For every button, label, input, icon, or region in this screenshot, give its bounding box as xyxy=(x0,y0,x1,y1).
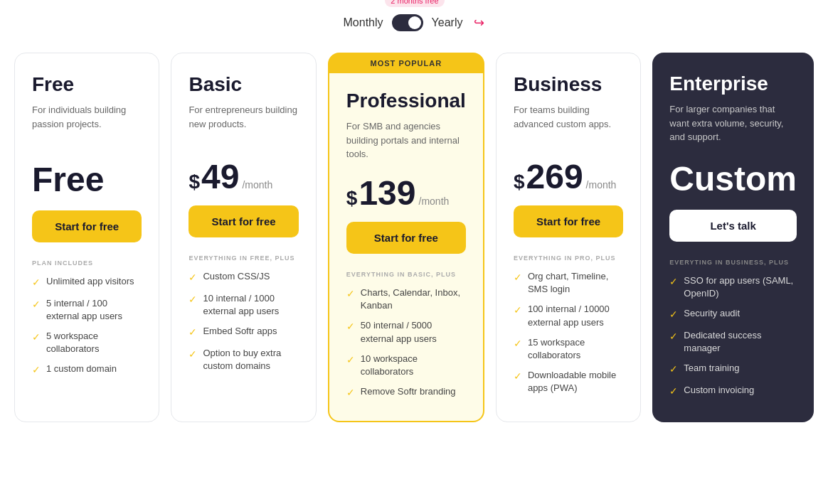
plan-business-price-suffix: /month xyxy=(586,179,617,191)
plan-business-price-number: 269 xyxy=(526,160,583,194)
plan-enterprise-name: Enterprise xyxy=(669,73,797,95)
plan-enterprise-cta[interactable]: Let's talk xyxy=(669,210,797,242)
plan-professional-features-header: EVERYTHING IN BASIC, PLUS xyxy=(346,271,466,278)
plan-basic-features: ✓Custom CSS/JS ✓10 internal / 1000 exter… xyxy=(189,270,298,372)
feature-item: ✓Custom CSS/JS xyxy=(189,270,298,285)
check-icon: ✓ xyxy=(346,287,355,301)
check-icon: ✓ xyxy=(514,271,522,285)
plan-business-cta[interactable]: Start for free xyxy=(514,205,623,237)
check-icon: ✓ xyxy=(514,337,522,351)
feature-item: ✓Charts, Calendar, Inbox, Kanban xyxy=(346,286,466,312)
plan-basic-description: For entrepreneurs building new products. xyxy=(189,103,298,146)
plan-professional-price-dollar: $ xyxy=(346,187,358,210)
plan-basic-price-row: $ 49 /month xyxy=(189,160,298,194)
feature-item: ✓Downloadable mobile apps (PWA) xyxy=(514,369,623,395)
check-icon: ✓ xyxy=(32,276,41,290)
check-icon: ✓ xyxy=(514,370,522,384)
check-icon: ✓ xyxy=(346,353,355,368)
plan-professional-price-row: $ 139 /month xyxy=(346,176,466,210)
plan-basic-name: Basic xyxy=(189,73,298,96)
plan-free-price: Free xyxy=(32,160,142,199)
most-popular-badge: MOST POPULAR xyxy=(329,53,484,73)
feature-item: ✓5 workspace collaborators xyxy=(32,330,142,355)
plan-business-price-wrapper: $ 269 /month xyxy=(514,160,623,194)
plan-basic-features-header: EVERYTHING IN FREE, PLUS xyxy=(189,254,298,262)
plan-basic-price-wrapper: $ 49 /month xyxy=(189,160,298,194)
check-icon: ✓ xyxy=(346,386,355,400)
plan-professional-name: Professional xyxy=(346,90,466,112)
plan-basic: Basic For entrepreneurs building new pro… xyxy=(171,53,316,422)
feature-item: ✓SSO for app users (SAML, OpenID) xyxy=(669,274,797,300)
toggle-knob xyxy=(408,16,421,29)
feature-item: ✓50 internal / 5000 external app users xyxy=(346,319,466,345)
plan-business-price-row: $ 269 /month xyxy=(514,160,623,194)
plan-free: Free For individuals building passion pr… xyxy=(14,53,159,422)
plan-business: Business For teams building advanced cus… xyxy=(496,53,641,422)
plan-professional-features: ✓Charts, Calendar, Inbox, Kanban ✓50 int… xyxy=(346,286,466,400)
plan-free-name: Free xyxy=(32,73,142,96)
billing-toggle-section: Monthly 2 months free Yearly ↩ xyxy=(344,14,485,31)
check-icon: ✓ xyxy=(669,330,678,344)
plan-enterprise-price: Custom xyxy=(669,159,797,198)
plan-professional-price-suffix: /month xyxy=(419,195,450,207)
months-free-badge: 2 months free xyxy=(385,0,444,7)
monthly-label: Monthly xyxy=(344,16,383,29)
plan-business-price-dollar: $ xyxy=(514,171,525,193)
check-icon: ✓ xyxy=(32,363,41,377)
check-icon: ✓ xyxy=(189,326,197,340)
check-icon: ✓ xyxy=(189,348,197,362)
plan-enterprise-features: ✓SSO for app users (SAML, OpenID) ✓Secur… xyxy=(669,274,797,399)
check-icon: ✓ xyxy=(669,385,678,399)
plan-business-features: ✓Org chart, Timeline, SMS login ✓100 int… xyxy=(514,270,623,395)
plan-free-features: ✓Unlimited app visitors ✓5 internal / 10… xyxy=(32,275,142,377)
feature-item: ✓Org chart, Timeline, SMS login xyxy=(514,270,623,296)
plan-basic-price-suffix: /month xyxy=(242,179,272,191)
plan-basic-cta[interactable]: Start for free xyxy=(189,205,298,237)
yearly-label: Yearly xyxy=(432,16,463,29)
feature-item: ✓Dedicated success manager xyxy=(669,329,797,355)
feature-item: ✓Embed Softr apps xyxy=(189,325,298,340)
feature-item: ✓1 custom domain xyxy=(32,363,142,377)
check-icon: ✓ xyxy=(189,271,197,285)
feature-item: ✓5 internal / 100 external app users xyxy=(32,297,142,323)
check-icon: ✓ xyxy=(669,308,678,322)
feature-item: ✓Remove Softr branding xyxy=(346,385,466,400)
feature-item: ✓15 workspace collaborators xyxy=(514,336,623,362)
feature-item: ✓Option to buy extra custom domains xyxy=(189,347,298,372)
feature-item: ✓10 workspace collaborators xyxy=(346,353,466,378)
plan-enterprise: Enterprise For larger companies that wan… xyxy=(652,53,814,422)
plans-container: Free For individuals building passion pr… xyxy=(14,53,814,422)
plan-free-features-header: PLAN INCLUDES xyxy=(32,259,142,267)
plan-professional-description: For SMB and agencies building portals an… xyxy=(346,119,466,162)
arrow-icon: ↩ xyxy=(474,15,484,31)
feature-item: ✓Unlimited app visitors xyxy=(32,275,142,290)
plan-business-features-header: EVERYTHING IN PRO, PLUS xyxy=(514,254,623,262)
feature-item: ✓Security audit xyxy=(669,307,797,322)
plan-free-description: For individuals building passion project… xyxy=(32,103,142,146)
feature-item: ✓10 internal / 1000 external app users xyxy=(189,292,298,318)
billing-toggle[interactable]: 2 months free xyxy=(392,14,423,31)
plan-professional-cta[interactable]: Start for free xyxy=(346,222,466,254)
plan-enterprise-features-header: EVERYTING IN BUSINESS, PLUS xyxy=(669,259,797,266)
check-icon: ✓ xyxy=(32,298,41,312)
plan-professional-price-wrapper: $ 139 /month xyxy=(346,176,466,210)
plan-basic-price-dollar: $ xyxy=(189,171,200,193)
plan-business-name: Business xyxy=(514,73,623,96)
plan-business-description: For teams building advanced custom apps. xyxy=(514,103,623,146)
feature-item: ✓100 internal / 10000 external app users xyxy=(514,303,623,328)
plan-professional-price-number: 139 xyxy=(359,176,415,210)
check-icon: ✓ xyxy=(32,331,41,345)
check-icon: ✓ xyxy=(514,304,522,318)
plan-free-cta[interactable]: Start for free xyxy=(32,210,142,242)
check-icon: ✓ xyxy=(669,275,678,289)
check-icon: ✓ xyxy=(189,293,197,307)
plan-enterprise-description: For larger companies that want extra vol… xyxy=(669,102,797,145)
check-icon: ✓ xyxy=(669,363,678,377)
feature-item: ✓Team training xyxy=(669,362,797,377)
plan-basic-price-number: 49 xyxy=(201,160,239,194)
plan-professional: MOST POPULAR Professional For SMB and ag… xyxy=(328,53,484,422)
feature-item: ✓Custom invoicing xyxy=(669,384,797,399)
check-icon: ✓ xyxy=(346,320,355,334)
